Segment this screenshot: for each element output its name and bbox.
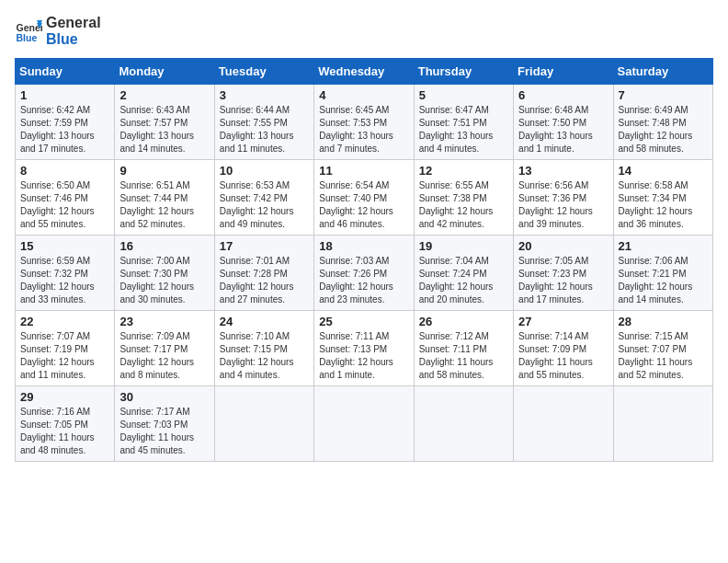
calendar-cell: 1Sunrise: 6:42 AM Sunset: 7:59 PM Daylig…	[16, 85, 115, 160]
calendar-cell: 29Sunrise: 7:16 AM Sunset: 7:05 PM Dayli…	[16, 386, 115, 462]
header-wednesday: Wednesday	[314, 59, 414, 85]
day-number: 7	[619, 88, 708, 102]
day-content: Sunrise: 7:06 AM Sunset: 7:21 PM Dayligh…	[619, 255, 708, 306]
day-number: 11	[319, 164, 408, 178]
calendar-cell: 7Sunrise: 6:49 AM Sunset: 7:48 PM Daylig…	[613, 85, 712, 160]
calendar-cell: 22Sunrise: 7:07 AM Sunset: 7:19 PM Dayli…	[16, 311, 115, 386]
day-content: Sunrise: 7:17 AM Sunset: 7:03 PM Dayligh…	[119, 406, 209, 457]
day-number: 29	[20, 390, 109, 404]
day-number: 22	[20, 315, 109, 328]
day-content: Sunrise: 7:12 AM Sunset: 7:11 PM Dayligh…	[419, 330, 508, 382]
header-monday: Monday	[115, 59, 214, 85]
calendar-cell: 21Sunrise: 7:06 AM Sunset: 7:21 PM Dayli…	[613, 236, 712, 311]
day-content: Sunrise: 6:44 AM Sunset: 7:55 PM Dayligh…	[220, 104, 309, 155]
day-number: 4	[319, 88, 408, 102]
calendar-cell: 4Sunrise: 6:45 AM Sunset: 7:53 PM Daylig…	[314, 85, 414, 160]
day-content: Sunrise: 7:10 AM Sunset: 7:15 PM Dayligh…	[220, 330, 309, 382]
day-number: 15	[20, 239, 109, 253]
day-content: Sunrise: 7:01 AM Sunset: 7:28 PM Dayligh…	[220, 255, 309, 306]
calendar-cell: 5Sunrise: 6:47 AM Sunset: 7:51 PM Daylig…	[414, 85, 513, 160]
calendar-cell: 24Sunrise: 7:10 AM Sunset: 7:15 PM Dayli…	[214, 311, 313, 386]
calendar-cell	[314, 386, 414, 462]
day-content: Sunrise: 7:04 AM Sunset: 7:24 PM Dayligh…	[419, 255, 508, 306]
calendar-week-2: 8Sunrise: 6:50 AM Sunset: 7:46 PM Daylig…	[16, 160, 713, 236]
calendar-cell: 16Sunrise: 7:00 AM Sunset: 7:30 PM Dayli…	[115, 236, 214, 311]
day-content: Sunrise: 7:11 AM Sunset: 7:13 PM Dayligh…	[319, 330, 408, 382]
day-number: 13	[518, 164, 608, 178]
calendar-cell: 17Sunrise: 7:01 AM Sunset: 7:28 PM Dayli…	[214, 236, 313, 311]
svg-text:Blue: Blue	[17, 31, 38, 42]
calendar-cell: 6Sunrise: 6:48 AM Sunset: 7:50 PM Daylig…	[514, 85, 613, 160]
day-content: Sunrise: 6:50 AM Sunset: 7:46 PM Dayligh…	[20, 179, 109, 231]
calendar-cell	[214, 386, 313, 462]
day-number: 26	[419, 315, 508, 328]
day-number: 5	[419, 88, 508, 102]
calendar-cell: 12Sunrise: 6:55 AM Sunset: 7:38 PM Dayli…	[414, 160, 513, 236]
day-number: 10	[220, 164, 309, 178]
header-thursday: Thursday	[414, 59, 513, 85]
calendar-cell: 23Sunrise: 7:09 AM Sunset: 7:17 PM Dayli…	[115, 311, 214, 386]
day-content: Sunrise: 6:42 AM Sunset: 7:59 PM Dayligh…	[20, 104, 109, 155]
day-number: 14	[619, 164, 708, 178]
calendar-week-1: 1Sunrise: 6:42 AM Sunset: 7:59 PM Daylig…	[16, 85, 713, 160]
day-content: Sunrise: 6:45 AM Sunset: 7:53 PM Dayligh…	[319, 104, 408, 155]
day-content: Sunrise: 6:58 AM Sunset: 7:34 PM Dayligh…	[619, 179, 708, 231]
day-number: 19	[419, 239, 508, 253]
day-number: 21	[619, 239, 708, 253]
day-content: Sunrise: 7:15 AM Sunset: 7:07 PM Dayligh…	[619, 330, 708, 382]
calendar-cell: 15Sunrise: 6:59 AM Sunset: 7:32 PM Dayli…	[16, 236, 115, 311]
day-content: Sunrise: 6:49 AM Sunset: 7:48 PM Dayligh…	[619, 104, 708, 155]
calendar-week-3: 15Sunrise: 6:59 AM Sunset: 7:32 PM Dayli…	[16, 236, 713, 311]
day-number: 2	[119, 88, 209, 102]
logo-icon: General Blue	[15, 17, 42, 45]
calendar-cell: 10Sunrise: 6:53 AM Sunset: 7:42 PM Dayli…	[214, 160, 313, 236]
day-number: 18	[319, 239, 408, 253]
day-number: 30	[119, 390, 209, 404]
day-content: Sunrise: 7:03 AM Sunset: 7:26 PM Dayligh…	[319, 255, 408, 306]
day-content: Sunrise: 7:07 AM Sunset: 7:19 PM Dayligh…	[20, 330, 109, 382]
calendar-cell: 9Sunrise: 6:51 AM Sunset: 7:44 PM Daylig…	[115, 160, 214, 236]
day-content: Sunrise: 7:09 AM Sunset: 7:17 PM Dayligh…	[119, 330, 209, 382]
header-sunday: Sunday	[16, 59, 115, 85]
day-content: Sunrise: 6:48 AM Sunset: 7:50 PM Dayligh…	[518, 104, 608, 155]
calendar-cell: 20Sunrise: 7:05 AM Sunset: 7:23 PM Dayli…	[514, 236, 613, 311]
logo: General Blue General Blue	[15, 15, 101, 47]
calendar-cell: 3Sunrise: 6:44 AM Sunset: 7:55 PM Daylig…	[214, 85, 313, 160]
calendar-cell	[414, 386, 513, 462]
day-number: 16	[119, 239, 209, 253]
header-saturday: Saturday	[613, 59, 712, 85]
day-number: 25	[319, 315, 408, 328]
page-header: General Blue General Blue	[15, 15, 713, 47]
day-number: 8	[20, 164, 109, 178]
day-content: Sunrise: 6:55 AM Sunset: 7:38 PM Dayligh…	[419, 179, 508, 231]
day-number: 17	[220, 239, 309, 253]
day-number: 27	[518, 315, 608, 328]
day-content: Sunrise: 6:56 AM Sunset: 7:36 PM Dayligh…	[518, 179, 608, 231]
calendar-week-5: 29Sunrise: 7:16 AM Sunset: 7:05 PM Dayli…	[16, 386, 713, 462]
calendar-table: SundayMondayTuesdayWednesdayThursdayFrid…	[15, 58, 713, 462]
calendar-cell: 2Sunrise: 6:43 AM Sunset: 7:57 PM Daylig…	[115, 85, 214, 160]
calendar-cell: 13Sunrise: 6:56 AM Sunset: 7:36 PM Dayli…	[514, 160, 613, 236]
day-number: 20	[518, 239, 608, 253]
calendar-cell: 8Sunrise: 6:50 AM Sunset: 7:46 PM Daylig…	[16, 160, 115, 236]
day-number: 3	[220, 88, 309, 102]
calendar-cell: 18Sunrise: 7:03 AM Sunset: 7:26 PM Dayli…	[314, 236, 414, 311]
calendar-cell: 27Sunrise: 7:14 AM Sunset: 7:09 PM Dayli…	[514, 311, 613, 386]
day-content: Sunrise: 6:47 AM Sunset: 7:51 PM Dayligh…	[419, 104, 508, 155]
day-number: 6	[518, 88, 608, 102]
day-content: Sunrise: 6:54 AM Sunset: 7:40 PM Dayligh…	[319, 179, 408, 231]
day-content: Sunrise: 6:43 AM Sunset: 7:57 PM Dayligh…	[119, 104, 209, 155]
day-content: Sunrise: 7:05 AM Sunset: 7:23 PM Dayligh…	[518, 255, 608, 306]
calendar-cell: 11Sunrise: 6:54 AM Sunset: 7:40 PM Dayli…	[314, 160, 414, 236]
calendar-cell: 25Sunrise: 7:11 AM Sunset: 7:13 PM Dayli…	[314, 311, 414, 386]
calendar-body: 1Sunrise: 6:42 AM Sunset: 7:59 PM Daylig…	[16, 85, 713, 462]
day-number: 1	[20, 88, 109, 102]
calendar-cell: 26Sunrise: 7:12 AM Sunset: 7:11 PM Dayli…	[414, 311, 513, 386]
day-number: 9	[119, 164, 209, 178]
calendar-cell	[613, 386, 712, 462]
day-content: Sunrise: 7:14 AM Sunset: 7:09 PM Dayligh…	[518, 330, 608, 382]
calendar-week-4: 22Sunrise: 7:07 AM Sunset: 7:19 PM Dayli…	[16, 311, 713, 386]
calendar-cell: 14Sunrise: 6:58 AM Sunset: 7:34 PM Dayli…	[613, 160, 712, 236]
day-content: Sunrise: 6:53 AM Sunset: 7:42 PM Dayligh…	[220, 179, 309, 231]
day-number: 12	[419, 164, 508, 178]
